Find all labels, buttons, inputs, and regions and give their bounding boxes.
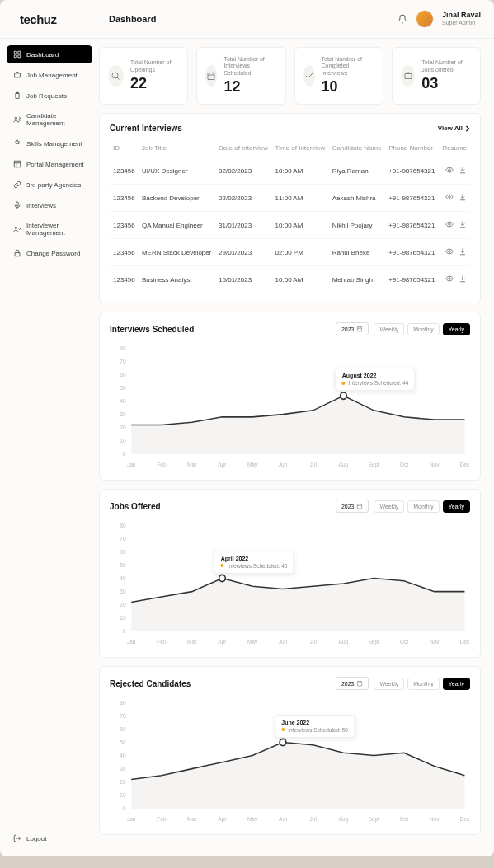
table-header: ID [110, 139, 139, 157]
table-row: 123456QA Manual Engineer31/01/202310:00 … [110, 212, 470, 239]
sidebar-item-label: Skills Management [26, 140, 82, 148]
download-icon[interactable] [459, 247, 467, 257]
chart-title: Rejected Candidates [110, 679, 191, 688]
segment-monthly[interactable]: Monthly [407, 323, 440, 335]
segment-yearly[interactable]: Yearly [443, 323, 470, 335]
table-cell: Nikhil Poojary [329, 212, 386, 239]
svg-text:Oct: Oct [400, 639, 408, 645]
svg-text:Jun: Jun [279, 816, 288, 822]
svg-text:10: 10 [120, 438, 125, 443]
segment-weekly[interactable]: Weekly [374, 500, 404, 513]
segment-weekly[interactable]: Weekly [374, 678, 404, 690]
chart-area: 01020304050607080JanFebMarAprMayJunJulAu… [110, 697, 470, 824]
table-header: Phone Number [385, 139, 439, 157]
chart-title: Interviews Scheduled [110, 325, 194, 334]
download-icon[interactable] [459, 220, 467, 230]
view-icon[interactable] [445, 193, 454, 203]
view-all-label: View All [438, 124, 463, 132]
table-cell: Riya Ramani [329, 157, 386, 185]
chart-panel: Rejected Candidates2023 WeeklyMonthlyYea… [99, 666, 481, 835]
stat-label: Total Number of Jobs offered [421, 59, 472, 73]
sidebar-item-label: Job Management [26, 72, 78, 79]
segment-monthly[interactable]: Monthly [407, 678, 440, 690]
stat-label: Total Number of Interviews Scheduled [223, 56, 276, 77]
table-cell: 02/02/2023 [215, 157, 272, 185]
logout-button[interactable]: Logout [7, 829, 92, 847]
svg-text:Sept: Sept [368, 816, 379, 823]
svg-text:20: 20 [120, 602, 125, 608]
download-icon[interactable] [459, 193, 467, 203]
svg-text:70: 70 [120, 713, 125, 719]
stat-icon-wrap [108, 65, 124, 87]
table-cell: 123456 [110, 266, 139, 293]
svg-text:40: 40 [120, 398, 125, 404]
svg-text:70: 70 [120, 536, 125, 542]
svg-text:Aug: Aug [339, 639, 349, 645]
sidebar-item-interviews[interactable]: Interviews [7, 196, 92, 214]
svg-text:Dec: Dec [460, 462, 470, 467]
svg-text:60: 60 [120, 372, 125, 378]
sidebar-item-dashboard[interactable]: Dashboard [7, 45, 92, 63]
calendar-icon [356, 503, 363, 509]
svg-text:Dec: Dec [460, 816, 470, 822]
stat-value: 03 [421, 75, 472, 92]
svg-point-3 [449, 251, 451, 253]
sidebar-item-portal-management[interactable]: Portal Management [7, 155, 92, 173]
user-role: Super Admin [442, 20, 481, 26]
sidebar-item-job-management[interactable]: Job Management [7, 66, 92, 84]
link-icon [13, 181, 21, 189]
svg-text:10: 10 [120, 792, 125, 798]
table-header: Candidate Name [329, 139, 386, 157]
sidebar-item-3rd-party-agencies[interactable]: 3rd party Agencies [7, 176, 92, 194]
svg-text:Jan: Jan [127, 816, 136, 822]
view-icon[interactable] [445, 166, 454, 176]
svg-point-4 [449, 278, 451, 280]
table-row: 123456MERN Stack Developer29/01/202302:0… [110, 239, 470, 266]
segment-weekly[interactable]: Weekly [374, 323, 404, 335]
table-cell: 11:00 AM [272, 185, 329, 212]
sidebar-item-interviewer-management[interactable]: Interviewer Management [7, 217, 92, 242]
view-icon[interactable] [445, 247, 454, 257]
stat-value: 22 [130, 75, 179, 92]
stat-icon-wrap [205, 65, 217, 87]
svg-text:Sept: Sept [368, 639, 379, 645]
table-cell: QA Manual Engineer [139, 212, 215, 239]
sidebar-item-skills-management[interactable]: Skills Management [7, 134, 92, 152]
year-selector[interactable]: 2023 [336, 500, 369, 513]
sidebar-item-label: Portal Management [26, 161, 84, 168]
download-icon[interactable] [459, 274, 467, 284]
table-cell: 31/01/2023 [215, 212, 272, 239]
sidebar-item-change-password[interactable]: Change Password [7, 244, 92, 262]
svg-text:30: 30 [120, 766, 125, 772]
tooltip-title: April 2022 [221, 556, 288, 561]
download-icon[interactable] [459, 166, 467, 176]
svg-text:0: 0 [123, 451, 126, 457]
notification-icon[interactable] [398, 14, 407, 24]
segment-yearly[interactable]: Yearly [443, 678, 470, 690]
table-cell: 29/01/2023 [215, 239, 272, 266]
sidebar-item-job-requests[interactable]: Job Requests [7, 87, 92, 105]
view-all-link[interactable]: View All [438, 124, 470, 132]
calendar-icon [356, 680, 363, 687]
table-cell: 15/01/2023 [215, 266, 272, 293]
svg-text:Nov: Nov [430, 639, 440, 645]
sidebar-item-label: Dashboard [26, 51, 59, 59]
user-name: Jinal Raval [442, 12, 481, 20]
view-icon[interactable] [445, 220, 454, 230]
sidebar-item-candidate-management[interactable]: Candidate Management [7, 107, 92, 132]
year-selector[interactable]: 2023 [336, 677, 369, 690]
segment-yearly[interactable]: Yearly [443, 500, 470, 513]
stat-label: Total Number of Openings [130, 59, 179, 73]
view-icon[interactable] [445, 274, 454, 284]
year-selector[interactable]: 2023 [336, 322, 369, 335]
tooltip-title: August 2022 [342, 373, 409, 378]
sidebar-item-label: 3rd party Agencies [26, 181, 81, 189]
avatar[interactable] [416, 10, 434, 28]
table-cell: Business Analyst [139, 266, 215, 293]
table-cell: 10:00 AM [272, 266, 329, 293]
segment-monthly[interactable]: Monthly [407, 500, 440, 513]
table-row: 123456UI/UX Designer02/02/202310:00 AMRi… [110, 157, 470, 185]
svg-text:20: 20 [120, 779, 125, 785]
table-cell: +91-987654321 [385, 212, 439, 239]
briefcase-icon [13, 71, 21, 79]
